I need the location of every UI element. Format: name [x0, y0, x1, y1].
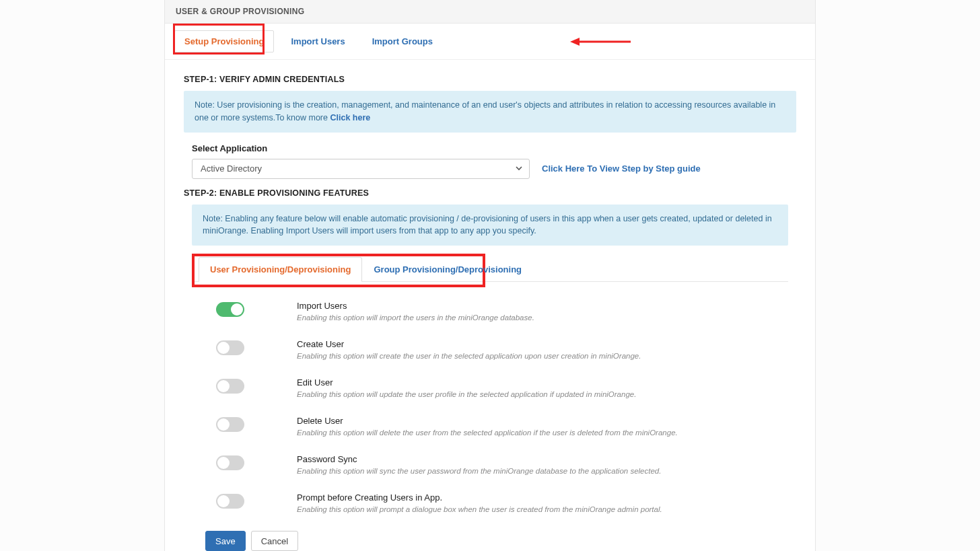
feature-row: Create UserEnabling this option will cre…: [216, 339, 788, 360]
feature-description: Enabling this option will create the use…: [297, 352, 641, 360]
feature-text: Prompt before Creating Users in App.Enab…: [297, 492, 662, 513]
step2-note: Note: Enabling any feature below will en…: [192, 205, 788, 246]
feature-row: Prompt before Creating Users in App.Enab…: [216, 492, 788, 513]
step1-note: Note: User provisioning is the creation,…: [184, 91, 796, 133]
panel-title: USER & GROUP PROVISIONING: [165, 0, 815, 24]
provisioning-subtabs: User Provisioning/Deprovisioning Group P…: [192, 256, 788, 282]
tab-setup-provisioning[interactable]: Setup Provisioning: [174, 30, 274, 52]
step1-note-link[interactable]: Click here: [330, 113, 370, 122]
feature-description: Enabling this option will prompt a dialo…: [297, 505, 662, 513]
feature-title: Create User: [297, 339, 641, 349]
feature-text: Edit UserEnabling this option will updat…: [297, 377, 636, 398]
feature-description: Enabling this option will import the use…: [297, 314, 534, 322]
feature-text: Create UserEnabling this option will cre…: [297, 339, 641, 360]
feature-toggle[interactable]: [216, 379, 244, 394]
feature-title: Edit User: [297, 377, 636, 388]
step2-title: STEP-2: ENABLE PROVISIONING FEATURES: [184, 188, 796, 198]
feature-title: Password Sync: [297, 454, 661, 464]
feature-text: Import UsersEnabling this option will im…: [297, 301, 534, 322]
annotation-arrow-icon: [569, 36, 633, 48]
feature-toggle[interactable]: [216, 302, 244, 317]
feature-list: Import UsersEnabling this option will im…: [192, 289, 788, 513]
tab-import-users[interactable]: Import Users: [281, 30, 355, 52]
feature-toggle[interactable]: [216, 455, 244, 470]
feature-description: Enabling this option will update the use…: [297, 390, 636, 398]
feature-title: Prompt before Creating Users in App.: [297, 492, 662, 503]
feature-title: Delete User: [297, 416, 678, 426]
step1-title: STEP-1: VERIFY ADMIN CREDENTIALS: [184, 75, 796, 84]
feature-text: Delete UserEnabling this option will del…: [297, 416, 678, 437]
application-select[interactable]: Active Directory: [192, 159, 530, 179]
step1-note-text: Note: User provisioning is the creation,…: [195, 100, 775, 122]
provisioning-panel: USER & GROUP PROVISIONING Setup Provisio…: [164, 0, 816, 551]
step-by-step-guide-link[interactable]: Click Here To View Step by Step guide: [542, 163, 701, 174]
tab-import-groups[interactable]: Import Groups: [362, 30, 443, 52]
feature-toggle[interactable]: [216, 340, 244, 355]
application-select-value: Active Directory: [192, 159, 530, 179]
save-button[interactable]: Save: [205, 531, 246, 551]
select-application-label: Select Application: [192, 143, 788, 153]
feature-text: Password SyncEnabling this option will s…: [297, 454, 661, 475]
feature-description: Enabling this option will delete the use…: [297, 429, 678, 437]
feature-description: Enabling this option will sync the user …: [297, 467, 661, 475]
primary-tabs: Setup Provisioning Import Users Import G…: [165, 24, 815, 60]
feature-row: Import UsersEnabling this option will im…: [216, 301, 788, 322]
feature-row: Delete UserEnabling this option will del…: [216, 416, 788, 437]
feature-toggle[interactable]: [216, 417, 244, 432]
cancel-button[interactable]: Cancel: [251, 531, 298, 551]
chevron-down-icon: [515, 164, 523, 174]
feature-toggle[interactable]: [216, 494, 244, 509]
feature-row: Password SyncEnabling this option will s…: [216, 454, 788, 475]
subtab-user-provisioning[interactable]: User Provisioning/Deprovisioning: [199, 257, 362, 282]
feature-title: Import Users: [297, 301, 534, 311]
feature-row: Edit UserEnabling this option will updat…: [216, 377, 788, 398]
subtab-group-provisioning[interactable]: Group Provisioning/Deprovisioning: [362, 257, 533, 282]
svg-marker-1: [570, 38, 580, 46]
